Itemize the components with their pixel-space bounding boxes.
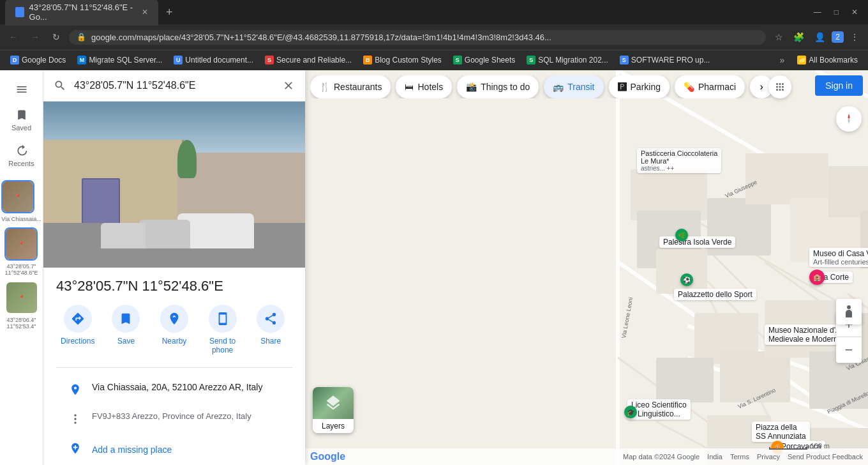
svg-rect-1 bbox=[17, 86, 26, 88]
profile-counter[interactable]: 2 bbox=[832, 31, 844, 43]
map-area[interactable]: Via Leone Leoni Via Giuseppe Via S. Lore… bbox=[305, 70, 868, 465]
location-coords: 43°28'05.7"N 11°52'48.6"E bbox=[56, 278, 292, 294]
extensions-icon[interactable]: 🧩 bbox=[789, 29, 808, 45]
new-tab-button[interactable]: + bbox=[161, 3, 178, 22]
pill-pharmacy[interactable]: 💊 Pharmaci bbox=[675, 75, 745, 98]
thumb-via-chiassaia[interactable]: 📍 Via Chiassaia... bbox=[1, 178, 41, 222]
bookmark-all-bookmarks[interactable]: 📁 All Bookmarks bbox=[792, 54, 863, 66]
sidebar-recents-btn[interactable]: Recents bbox=[3, 139, 41, 172]
sign-in-button[interactable]: Sign in bbox=[815, 75, 863, 96]
close-button[interactable]: ✕ bbox=[846, 5, 863, 19]
thumb-coords1[interactable]: 📍 43°28'05.7" 11°52'48.6"E bbox=[4, 225, 38, 276]
directions-icon bbox=[64, 305, 92, 333]
refresh-button[interactable]: ↻ bbox=[49, 29, 64, 45]
save-label: Save bbox=[117, 337, 135, 346]
marker-palazzetto[interactable]: ⚽ bbox=[680, 273, 693, 286]
plus-code-text: FV9J+833 Arezzo, Province of Arezzo, Ita… bbox=[92, 411, 251, 421]
minimize-button[interactable]: — bbox=[809, 5, 827, 19]
pill-things-label: Things to do bbox=[481, 82, 530, 92]
zoom-out-button[interactable]: − bbox=[836, 337, 862, 363]
send-to-phone-btn[interactable]: Send to phone bbox=[201, 305, 244, 354]
svg-point-92 bbox=[782, 89, 784, 91]
feedback-link[interactable]: Send Product Feedback bbox=[788, 453, 863, 461]
marker-corte[interactable]: 🏨 bbox=[809, 270, 825, 285]
bookmark-untitled-doc[interactable]: U Untitled document... bbox=[168, 54, 258, 66]
tab-close-btn[interactable]: ✕ bbox=[142, 8, 148, 17]
forward-button[interactable]: → bbox=[27, 29, 43, 45]
star-icon[interactable]: ☆ bbox=[771, 29, 787, 45]
search-bar bbox=[43, 70, 305, 102]
thumb-coords2[interactable]: 📍 43°28'06.4" 11°52'53.4" bbox=[5, 278, 38, 330]
pill-things-to-do[interactable]: 📸 Things to do bbox=[457, 75, 539, 98]
untitled-doc-icon: U bbox=[174, 56, 183, 65]
svg-rect-8 bbox=[305, 70, 868, 465]
add-missing-place-row[interactable]: Add a missing place bbox=[56, 434, 292, 465]
privacy-link[interactable]: Privacy bbox=[757, 453, 780, 461]
india-label: India bbox=[707, 453, 722, 461]
pegman-button[interactable] bbox=[836, 299, 862, 324]
address-bar[interactable]: 🔒 google.com/maps/place/43°28'05.7"N+11°… bbox=[69, 30, 766, 45]
menu-icon[interactable]: ⋮ bbox=[846, 29, 863, 45]
pill-hotels[interactable]: 🛏 Hotels bbox=[396, 75, 452, 98]
map-label-piazza-ss[interactable]: Piazza della SS Annunziata bbox=[752, 422, 810, 442]
bookmark-software-pro[interactable]: S SOFTWARE PRO up... bbox=[615, 54, 715, 66]
svg-point-89 bbox=[782, 86, 784, 88]
save-btn[interactable]: Save bbox=[105, 305, 148, 354]
google-docs-icon: D bbox=[10, 56, 19, 65]
browser-chrome: 43°28'05.7"N 11°52'48.6"E - Go... ✕ + — … bbox=[0, 0, 868, 70]
software-icon: S bbox=[620, 56, 629, 65]
pill-hotels-label: Hotels bbox=[417, 82, 443, 92]
sidebar-menu-btn[interactable] bbox=[3, 78, 41, 101]
search-input[interactable] bbox=[74, 80, 274, 91]
svg-point-95 bbox=[847, 305, 851, 309]
street-view-image bbox=[43, 102, 305, 268]
map-label-vasari[interactable]: Museo di Casa Vasari Art-filled centurie… bbox=[809, 248, 868, 267]
active-tab[interactable]: 43°28'05.7"N 11°52'48.6"E - Go... ✕ bbox=[5, 0, 158, 26]
bookmark-google-sheets[interactable]: S Google Sheets bbox=[448, 54, 520, 66]
svg-point-85 bbox=[779, 83, 781, 85]
svg-rect-2 bbox=[17, 89, 26, 90]
map-label-pasticceria[interactable]: Pasticceria Cioccolateria Le Mura* astri… bbox=[637, 148, 721, 173]
pill-parking[interactable]: 🅿 Parking bbox=[609, 75, 670, 98]
terms-link[interactable]: Terms bbox=[730, 453, 749, 461]
back-button[interactable]: ← bbox=[5, 29, 22, 45]
directions-btn[interactable]: Directions bbox=[56, 305, 100, 354]
street-view[interactable] bbox=[43, 102, 305, 268]
map-label-palazzetto[interactable]: Palazzetto dello Sport bbox=[674, 289, 756, 300]
add-missing-place-text: Add a missing place bbox=[92, 445, 172, 455]
pill-restaurants[interactable]: 🍴 Restaurants bbox=[310, 75, 391, 98]
bookmark-migrate-sql[interactable]: M Migrate SQL Server... bbox=[72, 54, 167, 66]
nav-bar: ← → ↻ 🔒 google.com/maps/place/43°28'05.7… bbox=[0, 24, 868, 50]
svg-point-84 bbox=[776, 83, 778, 85]
sheets-icon: S bbox=[453, 56, 462, 65]
bookmark-blog-styles[interactable]: B Blog Custom Styles bbox=[358, 54, 447, 66]
marker-liceo[interactable]: 🎓 bbox=[624, 406, 637, 418]
map-label-palestra[interactable]: Palestra Isola Verde bbox=[659, 236, 735, 248]
main-content: Saved Recents 📍 Via Chiassaia... 📍 bbox=[0, 70, 868, 465]
pill-transit[interactable]: 🚌 Transit bbox=[544, 75, 603, 98]
profile-icon[interactable]: 👤 bbox=[811, 29, 829, 45]
sidebar-saved-btn[interactable]: Saved bbox=[3, 103, 41, 137]
bookmarks-more-icon[interactable]: » bbox=[776, 52, 789, 68]
maximize-button[interactable]: □ bbox=[829, 5, 844, 19]
layers-button[interactable]: Layers bbox=[313, 387, 354, 433]
clear-search-btn[interactable] bbox=[280, 77, 297, 95]
google-apps-button[interactable] bbox=[768, 75, 791, 98]
google-logo: Google bbox=[310, 451, 345, 462]
map-label-liceo[interactable]: Liceo Scientifico e Linguistico... bbox=[627, 399, 691, 420]
thumb1-label: Via Chiassaia... bbox=[1, 216, 41, 222]
compass[interactable] bbox=[836, 106, 862, 132]
search-icon-btn[interactable] bbox=[51, 77, 69, 95]
svg-rect-52 bbox=[656, 358, 714, 402]
nearby-btn[interactable]: Nearby bbox=[153, 305, 196, 354]
phone-icon bbox=[209, 305, 237, 333]
marker-palestra[interactable]: 🌿 bbox=[675, 229, 688, 241]
bookmark-google-docs[interactable]: D Google Docs bbox=[5, 54, 71, 66]
bookmark-secure-reliable[interactable]: S Secure and Reliable... bbox=[260, 54, 357, 66]
share-label: Share bbox=[260, 337, 281, 346]
share-btn[interactable]: Share bbox=[249, 305, 292, 354]
action-buttons: Directions Save Nearby bbox=[56, 305, 292, 354]
bookmark-sql-migration[interactable]: S SQL Migration 202... bbox=[521, 54, 613, 66]
sidebar: Saved Recents 📍 Via Chiassaia... 📍 bbox=[0, 70, 43, 465]
svg-marker-93 bbox=[848, 114, 849, 119]
